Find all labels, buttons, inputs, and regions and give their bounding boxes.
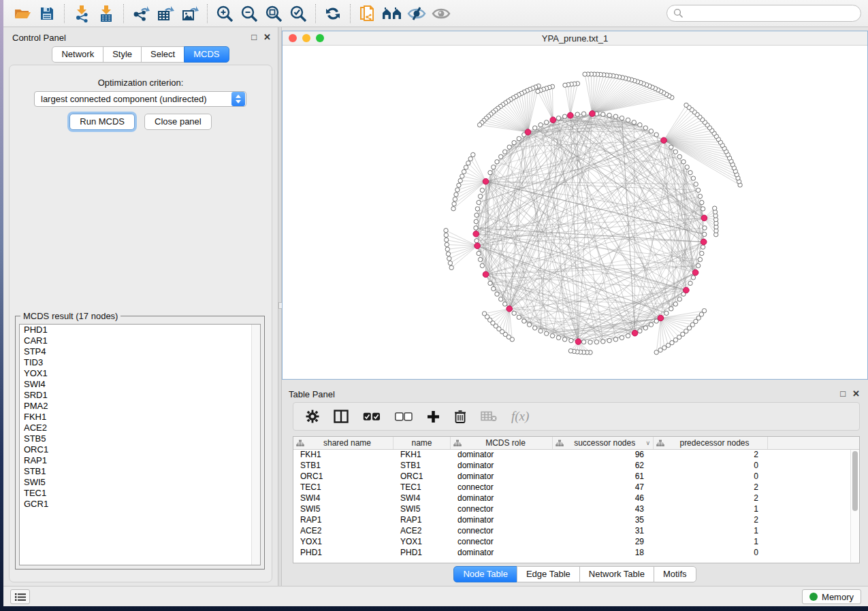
table-row[interactable]: ORC1ORC1dominator610 (293, 472, 859, 482)
control-panel: Control Panel □ ✕ NetworkStyleSelectMCDS… (3, 27, 278, 586)
mcds-result-item[interactable]: STB5 (20, 433, 260, 444)
mcds-result-item[interactable]: CAR1 (20, 335, 260, 346)
export-image-button[interactable] (178, 3, 202, 24)
mcds-result-item[interactable]: PMA2 (20, 401, 260, 412)
table-row[interactable]: ACE2ACE2connector311 (293, 526, 859, 537)
control-tab-select[interactable]: Select (141, 46, 184, 63)
table-scrollbar[interactable] (850, 450, 859, 562)
zoom-in-button[interactable] (212, 3, 237, 24)
mcds-result-item[interactable]: ACE2 (20, 423, 260, 433)
table-row[interactable]: YOX1YOX1connector291 (293, 537, 859, 548)
table-tab-motifs[interactable]: Motifs (654, 566, 696, 582)
optimization-criterion-select[interactable]: largest connected component (undirected) (34, 91, 246, 107)
table-row[interactable]: RAP1RAP1dominator352 (293, 515, 859, 526)
zoom-fit-icon (265, 5, 283, 22)
mcds-result-item[interactable]: SRD1 (20, 390, 260, 401)
control-tab-network[interactable]: Network (52, 46, 103, 63)
table-row[interactable]: STB1STB1dominator620 (293, 461, 859, 472)
memory-status-icon (809, 593, 818, 601)
delete-column-button[interactable] (454, 410, 466, 424)
table-row[interactable]: TEC1TEC1connector472 (293, 482, 859, 493)
table-cell: dominator (451, 515, 553, 526)
table-scrollbar-thumb[interactable] (852, 451, 858, 511)
mcds-result-item[interactable]: STP4 (20, 346, 260, 357)
table-cell: dominator (451, 548, 553, 559)
eye-icon (432, 6, 451, 21)
zoom-selected-button[interactable] (286, 3, 310, 24)
apply-layout-button[interactable] (321, 3, 345, 24)
mcds-result-item[interactable]: STB1 (20, 466, 260, 477)
column-settings-button[interactable] (306, 410, 319, 423)
first-neighbors-button[interactable] (380, 3, 404, 24)
mcds-result-item[interactable]: TID3 (20, 357, 260, 368)
control-panel-close-icon[interactable]: ✕ (263, 32, 271, 42)
mcds-result-item[interactable]: RAP1 (20, 455, 260, 466)
mcds-result-list: PHD1CAR1STP4TID3YOX1SWI4SRD1PMA2FKH1ACE2… (19, 324, 261, 565)
close-traffic-light[interactable] (289, 34, 297, 42)
mcds-result-item[interactable]: YOX1 (20, 368, 260, 379)
unchecked-boxes-icon (395, 412, 413, 421)
table-cell: 1 (654, 504, 768, 515)
close-panel-button[interactable]: Close panel (144, 114, 212, 130)
clone-network-button[interactable] (355, 3, 380, 24)
show-all-button[interactable] (429, 3, 453, 24)
delete-table-button[interactable] (481, 411, 497, 422)
column-header-predecessor-nodes[interactable]: predecessor nodes (654, 437, 768, 449)
table-tab-node-table[interactable]: Node Table (453, 566, 517, 582)
zoom-fit-button[interactable] (261, 3, 286, 24)
mcds-result-item[interactable]: SWI5 (20, 477, 260, 488)
minimize-traffic-light[interactable] (302, 34, 310, 42)
mcds-result-item[interactable]: FKH1 (20, 412, 260, 423)
table-row[interactable]: FKH1FKH1dominator962 (293, 450, 859, 461)
table-tab-edge-table[interactable]: Edge Table (517, 566, 580, 582)
table-cell: 29 (553, 537, 654, 548)
column-header-name[interactable]: name (393, 437, 451, 449)
export-network-button[interactable] (129, 3, 153, 24)
mcds-result-item[interactable]: PHD1 (20, 325, 260, 335)
column-header-shared-name[interactable]: shared name (293, 437, 393, 449)
table-delete-icon (481, 411, 497, 422)
column-header-MCDS-role[interactable]: MCDS role (451, 437, 553, 449)
checked-boxes-icon (363, 412, 381, 421)
import-table-button[interactable] (94, 3, 118, 24)
show-columns-button[interactable] (334, 410, 349, 423)
two-houses-icon (382, 6, 402, 21)
table-panel-float-icon[interactable]: □ (840, 389, 846, 399)
zoom-selected-icon (289, 5, 307, 22)
deselect-all-rows-button[interactable] (395, 412, 413, 421)
mcds-result-item[interactable]: ORC1 (20, 444, 260, 455)
search-input[interactable] (666, 5, 861, 22)
hide-selected-button[interactable] (404, 3, 429, 24)
table-row[interactable]: SWI5SWI5connector431 (293, 504, 859, 515)
import-network-button[interactable] (69, 3, 94, 24)
task-history-button[interactable] (10, 589, 30, 604)
memory-button[interactable]: Memory (802, 589, 861, 604)
save-session-button[interactable] (35, 3, 59, 24)
function-builder-button[interactable]: f(x) (511, 409, 529, 424)
mcds-result-item[interactable]: GCR1 (20, 499, 260, 510)
table-cell: 18 (553, 548, 654, 559)
column-header-successor-nodes[interactable]: successor nodes∨ (553, 437, 654, 449)
open-session-button[interactable] (10, 3, 35, 24)
export-table-button[interactable] (153, 3, 178, 24)
shared-column-icon (656, 440, 664, 447)
control-panel-float-icon[interactable]: □ (251, 32, 257, 42)
table-cell: 1 (654, 526, 768, 537)
create-column-button[interactable] (427, 410, 440, 423)
maximize-traffic-light[interactable] (316, 34, 324, 42)
table-row[interactable]: SWI4SWI4dominator462 (293, 493, 859, 504)
network-window-titlebar[interactable]: YPA_prune.txt_1 (283, 31, 867, 46)
zoom-out-button[interactable] (237, 3, 261, 24)
select-all-rows-button[interactable] (363, 412, 381, 421)
table-panel-close-icon[interactable]: ✕ (852, 389, 860, 399)
mcds-result-item[interactable]: SWI4 (20, 379, 260, 390)
mcds-list-scrollbar[interactable] (251, 325, 260, 565)
table-cell: SWI5 (393, 504, 451, 515)
control-tab-mcds[interactable]: MCDS (184, 46, 229, 63)
control-tab-style[interactable]: Style (103, 46, 142, 63)
network-canvas[interactable] (283, 46, 867, 379)
table-tab-network-table[interactable]: Network Table (579, 566, 654, 582)
mcds-result-item[interactable]: TEC1 (20, 488, 260, 499)
run-mcds-button[interactable]: Run MCDS (69, 114, 135, 130)
table-row[interactable]: PHD1PHD1dominator180 (293, 548, 859, 559)
